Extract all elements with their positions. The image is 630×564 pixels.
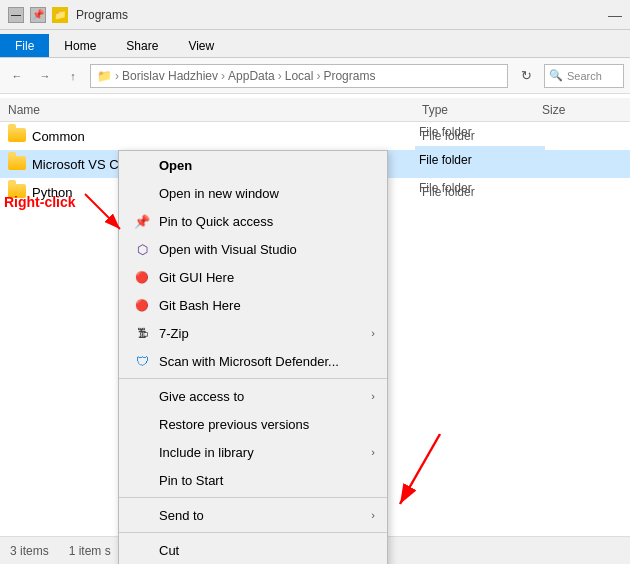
folder-icon-python [8,184,26,200]
ctx-open-icon [131,154,153,176]
ctx-gitbash-label: Git Bash Here [159,298,241,313]
pin-icon[interactable]: 📌 [30,7,46,23]
path-borislav: Borislav Hadzhiev [122,69,218,83]
ctx-sep-3 [119,532,387,533]
ctx-vs-icon: ⬡ [131,238,153,260]
refresh-button[interactable]: ↻ [514,64,538,88]
window-title: Programs [76,8,128,22]
folder-icon-microsoft [8,156,26,172]
file-name-common: Common [32,129,422,144]
title-bar-icons: — 📌 📁 [8,7,68,23]
ctx-7zip-label: 7-Zip [159,326,189,341]
ctx-open-vs[interactable]: ⬡ Open with Visual Studio [119,235,387,263]
ctx-pin-quick[interactable]: 📌 Pin to Quick access [119,207,387,235]
col-type-header[interactable]: Type [422,103,542,117]
ribbon-tabs: File Home Share View [0,30,630,58]
ctx-defender-label: Scan with Microsoft Defender... [159,354,339,369]
folder-icon-common [8,128,26,144]
ctx-sep-1 [119,378,387,379]
ctx-restore-icon [131,413,153,435]
ctx-restore[interactable]: Restore previous versions [119,410,387,438]
ctx-defender-icon: 🛡 [131,350,153,372]
ctx-open[interactable]: Open [119,151,387,179]
ctx-vs-label: Open with Visual Studio [159,242,297,257]
ctx-library-label: Include in library [159,445,254,460]
ctx-sendto-label: Send to [159,508,204,523]
up-button[interactable]: ↑ [62,65,84,87]
ctx-git-gui[interactable]: 🔴 Git GUI Here [119,263,387,291]
ctx-cut[interactable]: Cut [119,536,387,564]
ctx-open-new-window[interactable]: Open in new window [119,179,387,207]
search-placeholder: Search [567,70,602,82]
type-value-python: File folder [415,174,545,202]
tab-share[interactable]: Share [111,34,173,57]
back-button[interactable]: ← [6,65,28,87]
ctx-git-bash[interactable]: 🔴 Git Bash Here [119,291,387,319]
ctx-send-to[interactable]: Send to › [119,501,387,529]
forward-button[interactable]: → [34,65,56,87]
ctx-library-arrow: › [371,446,375,458]
ctx-sendto-icon [131,504,153,526]
title-bar: — 📌 📁 Programs — [0,0,630,30]
ctx-cut-label: Cut [159,543,179,558]
ctx-gitgui-label: Git GUI Here [159,270,234,285]
path-appdata: AppData [228,69,275,83]
folder-title-icon: 📁 [52,7,68,23]
ctx-access-label: Give access to [159,389,244,404]
items-count: 3 items [10,544,49,558]
ctx-7zip-icon: 🗜 [131,322,153,344]
path-local: Local [285,69,314,83]
col-name-header[interactable]: Name [8,103,422,117]
tab-file[interactable]: File [0,34,49,57]
col-size-header[interactable]: Size [542,103,622,117]
ctx-include-library[interactable]: Include in library › [119,438,387,466]
close-button[interactable]: — [608,7,622,23]
ctx-pinstart-icon [131,469,153,491]
address-bar: ← → ↑ 📁 › Borislav Hadzhiev › AppData › … [0,58,630,94]
ctx-7zip[interactable]: 🗜 7-Zip › [119,319,387,347]
ctx-pin-icon: 📌 [131,210,153,232]
search-icon: 🔍 [549,69,563,82]
ctx-7zip-arrow: › [371,327,375,339]
main-content: Name Type Size Common File folder Micros… [0,94,630,564]
path-part-1: 📁 [97,69,112,83]
type-value-common: File folder [415,118,545,146]
path-programs: Programs [323,69,375,83]
ctx-give-access[interactable]: Give access to › [119,382,387,410]
tab-home[interactable]: Home [49,34,111,57]
ctx-sep-2 [119,497,387,498]
selected-count: 1 item s [69,544,111,558]
address-path[interactable]: 📁 › Borislav Hadzhiev › AppData › Local … [90,64,508,88]
ctx-restore-label: Restore previous versions [159,417,309,432]
ctx-open-new-icon [131,182,153,204]
ctx-gitbash-icon: 🔴 [131,294,153,316]
ctx-pin-start[interactable]: Pin to Start [119,466,387,494]
ctx-library-icon [131,441,153,463]
type-value-microsoft: File folder [415,146,545,174]
ctx-access-arrow: › [371,390,375,402]
ctx-pinstart-label: Pin to Start [159,473,223,488]
tab-view[interactable]: View [173,34,229,57]
context-menu: Open Open in new window 📌 Pin to Quick a… [118,150,388,564]
ctx-open-new-label: Open in new window [159,186,279,201]
ctx-pin-label: Pin to Quick access [159,214,273,229]
ctx-open-label: Open [159,158,192,173]
ctx-access-icon [131,385,153,407]
type-column-panel: File folder File folder File folder [415,118,545,202]
ctx-cut-icon [131,539,153,561]
ctx-gitgui-icon: 🔴 [131,266,153,288]
ctx-sendto-arrow: › [371,509,375,521]
minimize-icon[interactable]: — [8,7,24,23]
ctx-defender[interactable]: 🛡 Scan with Microsoft Defender... [119,347,387,375]
search-box[interactable]: 🔍 Search [544,64,624,88]
